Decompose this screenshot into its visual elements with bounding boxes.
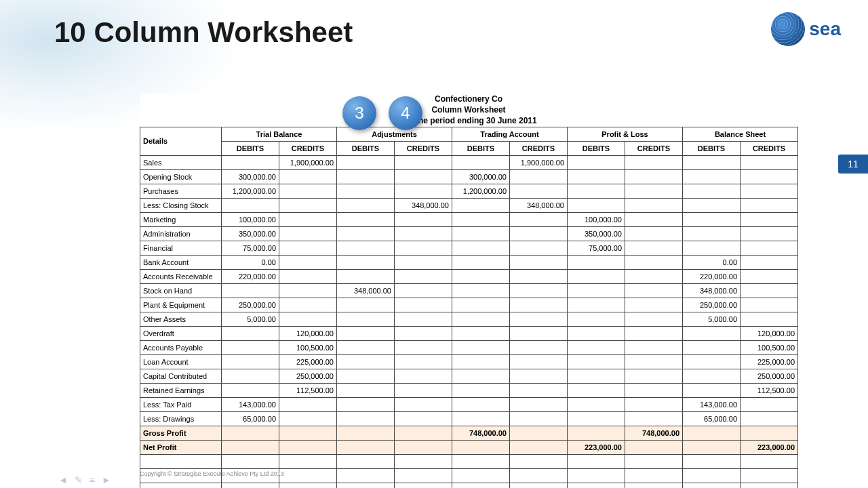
cell	[625, 184, 683, 198]
cell: 100,000.00	[568, 212, 625, 226]
cell	[625, 155, 683, 169]
cell	[683, 241, 741, 255]
cell	[395, 255, 452, 269]
cell: 1,200,000.00	[452, 184, 510, 198]
cell	[510, 411, 568, 426]
cell	[683, 155, 741, 169]
cell	[741, 155, 798, 169]
row-label: Purchases	[140, 184, 222, 198]
cell	[510, 312, 568, 326]
group-trading-account: Trading Account	[452, 127, 568, 141]
cell	[741, 269, 798, 283]
cell	[452, 269, 510, 283]
row-label: Overdraft	[140, 326, 222, 340]
cell	[279, 397, 337, 411]
bs-cr-head: CREDITS	[741, 141, 798, 155]
step-callouts: 3 4	[342, 96, 422, 130]
blank-row	[140, 483, 798, 488]
cell	[452, 340, 510, 354]
worksheet-header: Confectionery Co Column Worksheet For th…	[140, 94, 797, 127]
table-row: Accounts Payable100,500.00100,500.00	[140, 340, 798, 354]
cell: 1,900,000.00	[279, 155, 337, 169]
cell	[452, 326, 510, 340]
cell	[337, 397, 395, 411]
row-label: Accounts Payable	[140, 340, 222, 354]
table-row: Accounts Receivable220,000.00220,000.00	[140, 269, 798, 283]
period-line: For the period ending 30 June 2011	[140, 115, 797, 126]
table-row: Stock on Hand348,000.00348,000.00	[140, 283, 798, 298]
cell	[395, 383, 452, 397]
cell	[625, 312, 683, 326]
cell	[337, 326, 395, 340]
cell	[395, 184, 452, 198]
cell	[279, 184, 337, 198]
cell	[395, 326, 452, 340]
cell: 350,000.00	[568, 226, 625, 241]
next-icon[interactable]: ►	[102, 474, 111, 485]
table-row: Less: Drawings65,000.0065,000.00	[140, 411, 798, 426]
cell	[337, 155, 395, 169]
cell: 348,000.00	[395, 198, 452, 212]
menu-icon[interactable]: ≡	[90, 474, 95, 485]
sub-header-row: DEBITS CREDITS DEBITS CREDITS DEBITS CRE…	[140, 141, 798, 155]
cell	[625, 226, 683, 241]
cell	[395, 340, 452, 354]
details-header: Details	[140, 127, 222, 155]
cell	[452, 369, 510, 383]
table-row: Retained Earnings112,500.00112,500.00	[140, 383, 798, 397]
table-row: Sales1,900,000.001,900,000.00	[140, 155, 798, 169]
cell	[568, 169, 625, 184]
cell	[337, 340, 395, 354]
cell: 225,000.00	[741, 354, 798, 369]
table-row: Less: Tax Paid143,000.00143,000.00	[140, 397, 798, 411]
cell	[279, 312, 337, 326]
cell: 112,500.00	[279, 383, 337, 397]
table-row: Purchases1,200,000.001,200,000.00	[140, 184, 798, 198]
cell	[337, 312, 395, 326]
cell	[279, 226, 337, 241]
pen-icon[interactable]: ✎	[75, 474, 83, 485]
cell	[222, 369, 279, 383]
cell	[625, 212, 683, 226]
cell	[279, 169, 337, 184]
cell	[279, 241, 337, 255]
cell	[510, 283, 568, 298]
cell	[222, 383, 279, 397]
cell	[741, 283, 798, 298]
cell	[510, 298, 568, 312]
cell	[683, 354, 741, 369]
cell: 250,000.00	[222, 298, 279, 312]
cell: 120,000.00	[741, 326, 798, 340]
cell	[279, 198, 337, 212]
cell	[568, 354, 625, 369]
cell: 223,000.00	[568, 440, 625, 454]
cell	[452, 354, 510, 369]
cell	[625, 411, 683, 426]
cell	[510, 226, 568, 241]
cell: 100,500.00	[279, 340, 337, 354]
cell	[683, 340, 741, 354]
doc-title: Column Worksheet	[140, 104, 797, 115]
cell	[222, 155, 279, 169]
slide-nav-icons: ◄ ✎ ≡ ►	[58, 474, 111, 485]
cell	[337, 369, 395, 383]
cell	[625, 255, 683, 269]
table-row: Administration350,000.00350,000.00	[140, 226, 798, 241]
worksheet-table: Details Trial Balance Adjustments Tradin…	[140, 127, 798, 488]
cell	[452, 212, 510, 226]
cell: 65,000.00	[222, 411, 279, 426]
callout-bubble-4: 4	[389, 96, 422, 130]
cell	[683, 383, 741, 397]
adj-dr-head: DEBITS	[337, 141, 395, 155]
cell	[683, 226, 741, 241]
cell	[452, 155, 510, 169]
cell	[568, 411, 625, 426]
row-label: Loan Account	[140, 354, 222, 369]
prev-icon[interactable]: ◄	[58, 474, 68, 485]
cell	[510, 269, 568, 283]
row-label: Opening Stock	[140, 169, 222, 184]
cell: 1,200,000.00	[222, 184, 279, 198]
cell	[568, 397, 625, 411]
cell	[279, 269, 337, 283]
cell	[683, 326, 741, 340]
